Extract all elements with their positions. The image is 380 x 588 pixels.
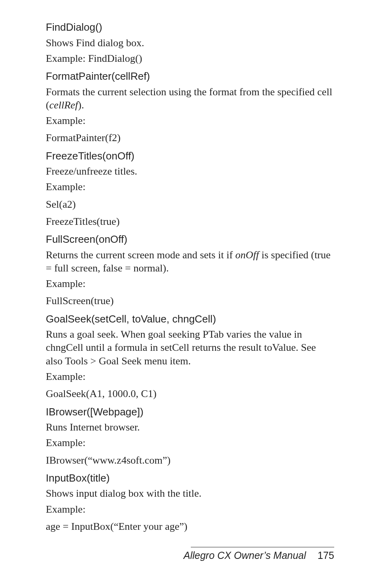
section-heading: FullScreen(onOff) (46, 233, 334, 246)
footer-rule (191, 547, 334, 547)
body-line: Sel(a2) (46, 198, 334, 211)
section: IBrowser([Webpage])Runs Internet browser… (46, 405, 334, 467)
section: FindDialog()Shows Find dialog box.Exampl… (46, 21, 334, 65)
body-line: Shows Find dialog box. (46, 36, 334, 49)
body-line: Example: FindDialog() (46, 52, 334, 65)
body-line: Runs a goal seek. When goal seeking PTab… (46, 328, 334, 368)
body-line: GoalSeek(A1, 1000.0, C1) (46, 387, 334, 400)
section-heading: IBrowser([Webpage]) (46, 405, 334, 419)
body-line: FreezeTitles(true) (46, 215, 334, 228)
section-body: Returns the current screen mode and sets… (46, 248, 334, 308)
content: FindDialog()Shows Find dialog box.Exampl… (46, 21, 334, 533)
body-line: Formats the current selection using the … (46, 85, 334, 112)
page: FindDialog()Shows Find dialog box.Exampl… (0, 0, 380, 588)
body-line: Example: (46, 180, 334, 193)
body-line: age = InputBox(“Enter your age”) (46, 520, 334, 533)
section: GoalSeek(setCell, toValue, chngCell)Runs… (46, 313, 334, 401)
footer: Allegro CX Owner’s Manual 175 (46, 547, 334, 561)
section: FreezeTitles(onOff)Freeze/unfreeze title… (46, 149, 334, 228)
section-heading: GoalSeek(setCell, toValue, chngCell) (46, 313, 334, 326)
text: ). (78, 99, 84, 111)
section-heading: InputBox(title) (46, 472, 334, 485)
body-line: Example: (46, 436, 334, 449)
text: Formats the current selection using the … (46, 86, 332, 111)
section-body: Runs a goal seek. When goal seeking PTab… (46, 328, 334, 400)
body-line: FormatPainter(f2) (46, 131, 334, 144)
body-line: Example: (46, 503, 334, 516)
body-line: Shows input dialog box with the title. (46, 487, 334, 500)
section-body: Shows Find dialog box.Example: FindDialo… (46, 36, 334, 65)
section: FormatPainter(cellRef)Formats the curren… (46, 70, 334, 145)
section-heading: FindDialog() (46, 21, 334, 34)
body-line: IBrowser(“www.z4soft.com”) (46, 454, 334, 467)
italic-text: cellRef (49, 99, 78, 111)
footer-page-number: 175 (309, 550, 334, 561)
footer-text: Allegro CX Owner’s Manual 175 (46, 550, 334, 561)
section-heading: FreezeTitles(onOff) (46, 149, 334, 163)
body-line: Example: (46, 114, 334, 127)
body-line: Example: (46, 370, 334, 383)
body-line: Freeze/unfreeze titles. (46, 165, 334, 178)
section-body: Runs Internet browser.Example:IBrowser(“… (46, 421, 334, 467)
section-body: Freeze/unfreeze titles.Example:Sel(a2)Fr… (46, 165, 334, 228)
section-heading: FormatPainter(cellRef) (46, 70, 334, 83)
footer-title: Allegro CX Owner’s Manual (184, 550, 306, 561)
section: InputBox(title)Shows input dialog box wi… (46, 472, 334, 533)
body-line: Returns the current screen mode and sets… (46, 248, 334, 275)
body-line: Example: (46, 277, 334, 290)
section-body: Shows input dialog box with the title.Ex… (46, 487, 334, 533)
text: Returns the current screen mode and sets… (46, 249, 235, 261)
section-body: Formats the current selection using the … (46, 85, 334, 145)
body-line: Runs Internet browser. (46, 421, 334, 434)
body-line: FullScreen(true) (46, 294, 334, 307)
section: FullScreen(onOff)Returns the current scr… (46, 233, 334, 308)
italic-text: onOff (235, 249, 259, 261)
